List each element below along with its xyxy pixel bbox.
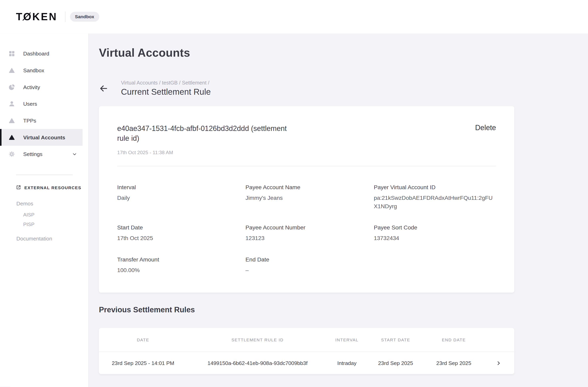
column-header-date: DATE: [99, 338, 187, 342]
main-content: Virtual Accounts Virtual Accounts / test…: [89, 33, 588, 387]
sandbox-badge: Sandbox: [70, 12, 99, 22]
external-link-icon: [16, 185, 21, 190]
tpp-triangle-icon: [8, 117, 15, 124]
field-label: Payee Account Number: [246, 223, 368, 232]
token-logo[interactable]: TOKEN: [16, 11, 57, 23]
field-value: 17th Oct 2025: [117, 234, 239, 242]
column-header-start-date: START DATE: [366, 338, 425, 342]
sidebar-item-label: Users: [23, 101, 37, 107]
field-value: 13732434: [374, 234, 496, 242]
app-root: TOKEN Sandbox Dashboard Sandbox: [0, 0, 588, 387]
previous-rules-table: DATE SETTLEMENT RULE ID INTERVAL START D…: [99, 328, 514, 374]
documentation-link[interactable]: Documentation: [16, 236, 88, 241]
sidebar-item-label: TPPs: [23, 118, 36, 124]
field-label: Payee Account Name: [246, 183, 368, 191]
cell-start-date: 23rd Sep 2025: [366, 360, 425, 366]
page-title: Virtual Accounts: [99, 46, 588, 60]
sidebar-item-label: Activity: [23, 84, 40, 90]
card-head: e40ae347-1531-4fcb-afbf-0126bd3d2ddd (se…: [117, 124, 496, 144]
breadcrumb[interactable]: Virtual Accounts / testGB / Settlement /: [121, 80, 211, 86]
sidebar-nav: Dashboard Sandbox Activity Users: [0, 33, 88, 162]
cell-date: 23rd Sep 2025 - 14:01 PM: [99, 360, 187, 366]
cell-end-date: 23rd Sep 2025: [425, 360, 482, 366]
sidebar-divider: [16, 174, 73, 175]
demo-link-pisp[interactable]: PISP: [23, 221, 88, 227]
cell-settlement-rule-id: 1499150a-6b62-41eb-908a-93dc7009bb3f: [187, 360, 328, 366]
sidebar-item-virtual-accounts[interactable]: Virtual Accounts: [0, 129, 83, 146]
field-label: End Date: [246, 255, 368, 264]
chevron-down-icon: [72, 151, 77, 157]
field-value: pa:21kSwzDobAE1FDRAdxAtHwrFQu11:2gFUX1ND…: [374, 194, 496, 210]
sidebar-item-dashboard[interactable]: Dashboard: [0, 45, 83, 62]
delete-button[interactable]: Delete: [475, 124, 496, 132]
column-header-interval: INTERVAL: [328, 338, 366, 342]
sidebar-item-label: Settings: [23, 151, 42, 157]
demo-link-aisp[interactable]: AISP: [23, 212, 88, 218]
previous-rules-title: Previous Settlement Rules: [99, 305, 588, 314]
subpage-title: Current Settlement Rule: [121, 87, 211, 97]
sidebar-item-activity[interactable]: Activity: [0, 79, 83, 95]
field-end-date: End Date –: [246, 255, 368, 274]
arrow-left-icon: [99, 84, 108, 93]
field-label: Transfer Amount: [117, 255, 239, 264]
field-payee-account-number: Payee Account Number 123123: [246, 223, 368, 242]
subheader: Virtual Accounts / testGB / Settlement /…: [99, 80, 588, 97]
sidebar-item-label: Dashboard: [23, 51, 49, 57]
field-label: Payee Sort Code: [374, 223, 496, 232]
back-button[interactable]: [99, 84, 108, 93]
field-value: 100.00%: [117, 266, 239, 275]
field-value: 123123: [246, 234, 368, 242]
field-payee-account-name: Payee Account Name Jimmy's Jeans: [246, 183, 368, 210]
subheader-titles: Virtual Accounts / testGB / Settlement /…: [121, 80, 211, 97]
table-header-row: DATE SETTLEMENT RULE ID INTERVAL START D…: [99, 328, 514, 352]
sidebar-item-settings[interactable]: Settings: [0, 146, 83, 163]
external-resources-label: EXTERNAL RESOURCES: [24, 185, 82, 190]
rule-timestamp: 17th Oct 2025 - 11:38 AM: [117, 150, 496, 155]
cell-interval: Intraday: [328, 360, 366, 366]
field-value: Jimmy's Jeans: [246, 194, 368, 202]
sidebar: Dashboard Sandbox Activity Users: [0, 33, 89, 387]
field-payer-virtual-account-id: Payer Virtual Account ID pa:21kSwzDobAE1…: [374, 183, 496, 210]
demos-section-label: Demos: [16, 201, 88, 207]
field-start-date: Start Date 17th Oct 2025: [117, 223, 239, 242]
field-value: Daily: [117, 194, 239, 202]
rule-fields-grid: Interval Daily Payee Account Name Jimmy'…: [117, 183, 496, 274]
field-interval: Interval Daily: [117, 183, 239, 210]
field-label: Start Date: [117, 223, 239, 232]
field-payee-sort-code: Payee Sort Code 13732434: [374, 223, 496, 242]
sidebar-item-users[interactable]: Users: [0, 95, 83, 112]
settlement-rule-card: e40ae347-1531-4fcb-afbf-0126bd3d2ddd (se…: [99, 106, 514, 293]
field-label: Payer Virtual Account ID: [374, 183, 496, 191]
field-transfer-amount: Transfer Amount 100.00%: [117, 255, 239, 274]
user-icon: [8, 101, 15, 107]
sidebar-item-tpps[interactable]: TPPs: [0, 112, 83, 129]
field-value: –: [246, 266, 368, 275]
sidebar-item-label: Virtual Accounts: [23, 134, 65, 140]
activity-pie-icon: [8, 84, 15, 90]
column-header-settlement-rule-id: SETTLEMENT RULE ID: [187, 338, 328, 342]
column-header-end-date: END DATE: [425, 338, 482, 342]
sidebar-item-label: Sandbox: [23, 67, 44, 73]
chevron-right-icon[interactable]: [482, 360, 514, 366]
gear-icon: [8, 151, 15, 158]
external-resources-header: EXTERNAL RESOURCES: [16, 185, 88, 190]
dashboard-grid-icon: [8, 50, 15, 57]
settlement-rule-id-title: e40ae347-1531-4fcb-afbf-0126bd3d2ddd (se…: [117, 124, 300, 144]
virtual-accounts-triangle-icon: [8, 134, 15, 141]
sandbox-triangle-icon: [8, 67, 15, 74]
table-row[interactable]: 23rd Sep 2025 - 14:01 PM 1499150a-6b62-4…: [99, 352, 514, 374]
field-label: Interval: [117, 183, 239, 191]
card-divider: [117, 166, 496, 166]
logo-divider: [65, 11, 65, 22]
sidebar-item-sandbox[interactable]: Sandbox: [0, 62, 83, 79]
top-header: TOKEN Sandbox: [0, 0, 588, 33]
